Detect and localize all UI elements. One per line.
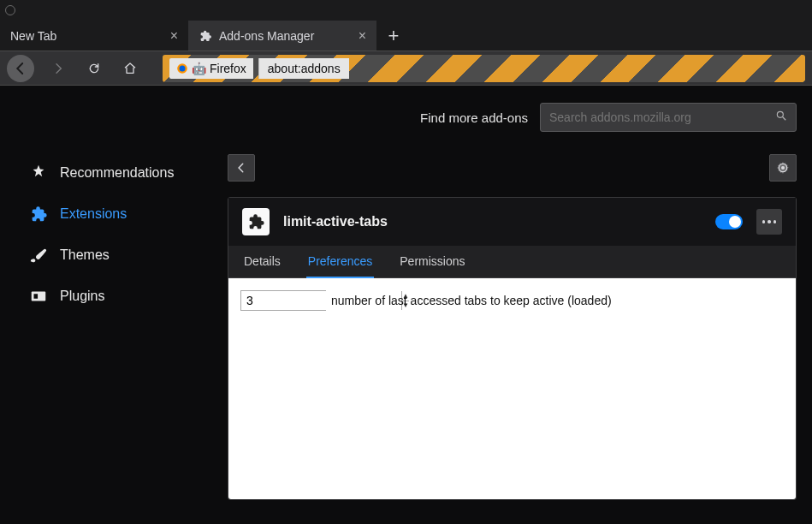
sidebar-item-themes[interactable]: Themes <box>29 235 200 276</box>
svg-line-3 <box>783 117 786 121</box>
detail-tabs: Details Preferences Permissions <box>228 246 796 278</box>
url-bar[interactable]: 🤖 Firefox about:addons <box>163 55 805 82</box>
svg-rect-5 <box>34 294 39 299</box>
svg-rect-4 <box>32 292 46 301</box>
extension-icon <box>242 208 270 235</box>
brush-icon <box>29 246 48 265</box>
category-sidebar: Recommendations Extensions Themes Plugin… <box>29 152 200 317</box>
search-input[interactable] <box>549 110 775 124</box>
tab-preferences[interactable]: Preferences <box>306 246 374 278</box>
pref-description: number of last accessed tabs to keep act… <box>331 290 612 311</box>
home-button[interactable] <box>118 57 142 80</box>
more-options-button[interactable] <box>756 209 782 235</box>
limit-number-field[interactable]: ▲ ▼ <box>240 290 326 311</box>
tab-title: New Tab <box>10 29 56 43</box>
back-to-list-button[interactable] <box>228 154 255 182</box>
extension-card: limit-active-tabs Details Preferences Pe… <box>228 197 797 500</box>
settings-gear-button[interactable] <box>769 154 797 182</box>
find-more-label: Find more add-ons <box>420 110 528 125</box>
forward-button[interactable] <box>46 57 70 80</box>
addons-search[interactable] <box>540 103 797 132</box>
back-button[interactable] <box>7 55 34 82</box>
browser-tab-new[interactable]: New Tab × <box>0 21 188 51</box>
tab-title: Add-ons Manager <box>219 29 314 43</box>
sidebar-item-label: Themes <box>60 247 110 263</box>
sidebar-item-plugins[interactable]: Plugins <box>29 276 200 317</box>
star-icon <box>29 164 48 182</box>
sidebar-item-extensions[interactable]: Extensions <box>29 194 200 235</box>
addons-page: Find more add-ons Recommendations Extens… <box>0 86 812 524</box>
puzzle-icon <box>29 205 48 223</box>
find-row: Find more add-ons <box>420 103 797 132</box>
sidebar-item-label: Extensions <box>60 206 127 222</box>
browser-tab-addons[interactable]: Add-ons Manager × <box>188 21 376 51</box>
tab-details[interactable]: Details <box>242 246 282 277</box>
identity-label: Firefox <box>210 62 246 75</box>
svg-point-2 <box>777 111 783 117</box>
detail-panel: limit-active-tabs Details Preferences Pe… <box>228 154 797 500</box>
sidebar-item-label: Plugins <box>60 289 104 304</box>
enable-toggle[interactable] <box>715 214 743 229</box>
url-path: about:addons <box>258 58 349 79</box>
robot-icon: 🤖 <box>192 62 206 75</box>
nav-toolbar: 🤖 Firefox about:addons <box>0 51 812 86</box>
os-titlebar <box>0 0 812 21</box>
close-icon[interactable]: × <box>359 28 366 44</box>
sidebar-item-label: Recommendations <box>60 165 174 181</box>
preferences-pane: ▲ ▼ number of last accessed tabs to keep… <box>228 278 796 499</box>
reload-button[interactable] <box>82 57 106 80</box>
identity-box[interactable]: 🤖 Firefox <box>169 58 253 79</box>
window-menu-icon[interactable] <box>5 5 15 15</box>
extension-header: limit-active-tabs <box>228 198 796 246</box>
search-icon[interactable] <box>775 110 787 125</box>
tab-permissions[interactable]: Permissions <box>398 246 466 277</box>
plugin-icon <box>29 287 48 306</box>
svg-point-1 <box>180 65 186 71</box>
firefox-icon <box>176 63 188 74</box>
puzzle-icon <box>199 29 212 43</box>
extension-name: limit-active-tabs <box>283 214 702 229</box>
sidebar-item-recommendations[interactable]: Recommendations <box>29 152 200 194</box>
tab-strip: New Tab × Add-ons Manager × + <box>0 21 812 51</box>
new-tab-button[interactable]: + <box>376 21 411 51</box>
close-icon[interactable]: × <box>170 28 178 44</box>
